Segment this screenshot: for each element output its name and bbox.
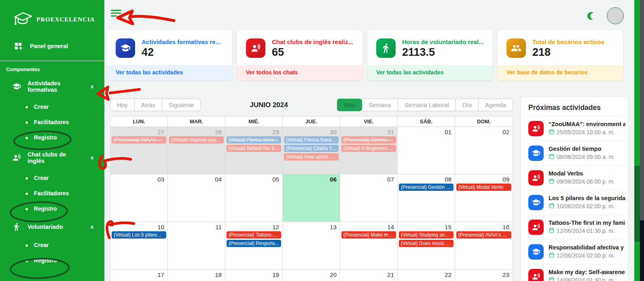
page-scrollbar-thumb[interactable] xyxy=(634,166,640,242)
calendar-weeks: 27(Presencial) AVAA's ...28(Virtual) Imp… xyxy=(110,127,513,281)
calendar-event[interactable]: (Virtual) Behind the S... xyxy=(227,145,281,152)
calendar-day-cell-03[interactable]: 03 xyxy=(110,174,168,222)
upcoming-title: Próximas actividades xyxy=(528,104,622,116)
outer-scrollbar-thumb[interactable] xyxy=(640,220,644,281)
calendar-event[interactable]: (Virtual) How sports ... xyxy=(284,153,339,161)
calendar-day-cell-20[interactable]: 20 xyxy=(283,270,340,281)
calendar-day-cell-21[interactable]: 21 xyxy=(340,270,398,281)
calendar-view-d-a[interactable]: Día xyxy=(456,99,479,111)
calendar-week-row: 17181920212223 xyxy=(110,270,513,281)
user-avatar[interactable] xyxy=(607,7,624,24)
calendar-event[interactable]: (Presencial) Cinema ... xyxy=(341,136,396,144)
calendar-view-semana-laboral[interactable]: Semana Laboral xyxy=(398,99,456,111)
calendar-day-cell-12[interactable]: 12(Presencial) Tattoos-...(Presencial) R… xyxy=(225,222,283,270)
calendar-nav-atr-s[interactable]: Atrás xyxy=(135,99,162,111)
calendar-event[interactable]: (Presencial) Make m... xyxy=(341,231,396,239)
calendar-day-cell-14[interactable]: 14(Presencial) Make m... xyxy=(340,222,398,270)
chevron-up-icon[interactable]: ∧ xyxy=(90,155,96,161)
day-number: 07 xyxy=(340,174,397,184)
stat-card-2: Chat clubs de inglés realiz...65Ver todo… xyxy=(237,30,362,80)
calendar-icon xyxy=(549,178,555,185)
chevron-up-icon[interactable]: ∧ xyxy=(90,84,96,89)
calendar-day-cell-10[interactable]: 10(Virtual) Los 5 pilare... xyxy=(110,222,168,270)
hamburger-menu-icon[interactable] xyxy=(111,10,121,18)
calendar-day-cell-22[interactable]: 22 xyxy=(398,270,455,281)
calendar-event[interactable]: (Virtual) Modal Verbs xyxy=(456,184,511,191)
upcoming-item[interactable]: Los 5 pilares de la seguridad d10/06/202… xyxy=(528,190,622,215)
calendar-day-cell-18[interactable]: 18 xyxy=(168,270,225,281)
sidebar-subitem-crear[interactable]: ●Crear xyxy=(0,99,104,114)
calendar-event[interactable]: (Virtual) Piensa fuera... xyxy=(227,136,281,144)
sidebar-subitem-registro[interactable]: ●Registro xyxy=(0,130,104,145)
calendar-view-agenda[interactable]: Agenda xyxy=(479,99,513,111)
sidebar-item-panel-general[interactable]: Panel general xyxy=(0,36,104,56)
sidebar-subitem-facilitadores[interactable]: ●Facilitadores xyxy=(0,186,104,201)
calendar-day-cell-23[interactable]: 23 xyxy=(455,270,513,281)
outer-scrollbar[interactable] xyxy=(640,0,644,281)
dark-mode-moon-icon[interactable] xyxy=(586,11,596,21)
calendar-event[interactable]: (Virtual) Piensa fuera... xyxy=(284,136,339,144)
upcoming-item[interactable]: Modal Verbs09/06/2024 06:00 p. m. xyxy=(528,166,622,190)
sidebar-group-chat-clubs-de-ingl-s[interactable]: Chat clubs de inglés∧ xyxy=(0,145,104,170)
calendar-day-cell-29[interactable]: 29(Virtual) Piensa fuera...(Virtual) Beh… xyxy=(225,127,283,174)
calendar-day-cell-07[interactable]: 07 xyxy=(340,174,398,222)
calendar-day-cell-06[interactable]: 06 xyxy=(283,174,340,222)
calendar-view-semana[interactable]: Semana xyxy=(362,99,398,111)
page-scrollbar-track[interactable] xyxy=(634,0,640,281)
runner-icon xyxy=(12,222,21,231)
calendar-day-cell-27[interactable]: 27(Presencial) AVAA's ... xyxy=(110,127,168,174)
calendar-nav-hoy[interactable]: Hoy xyxy=(110,99,135,111)
sidebar-group-actividades-formativas[interactable]: Actividades formativas∧ xyxy=(0,74,104,99)
calendar-day-cell-19[interactable]: 19 xyxy=(225,270,283,281)
sidebar-subitem-crear[interactable]: ●Crear xyxy=(0,237,104,253)
calendar-view-mes[interactable]: Mes xyxy=(337,99,362,111)
sidebar-subitem-crear[interactable]: ●Crear xyxy=(0,170,104,186)
calendar-day-cell-28[interactable]: 28(Virtual) Improve you... xyxy=(168,127,225,174)
upcoming-item[interactable]: Make my day: Self-awareness14/06/2024 01… xyxy=(528,264,622,281)
stat-card-link[interactable]: Ver todos los chats xyxy=(237,65,362,80)
calendar-event[interactable]: (Presencial) Respons... xyxy=(227,240,281,247)
calendar-event[interactable]: (Virtual) Improve you... xyxy=(169,136,224,144)
sidebar-group-voluntariado[interactable]: Voluntariado∧ xyxy=(0,216,104,237)
upcoming-item[interactable]: “ZooUMAA": environment and25/05/2024 10:… xyxy=(528,116,622,141)
calendar-event[interactable]: (Presencial) Gestión ... xyxy=(399,184,453,191)
calendar-day-cell-16[interactable]: 16(Presencial) AVAA's ... xyxy=(455,222,513,270)
upcoming-item[interactable]: Responsabilidad afectiva y ver12/06/2024… xyxy=(528,240,622,264)
stat-card-link[interactable]: Ver base de datos de becarios xyxy=(498,65,623,80)
calendar-event[interactable]: (Virtual) Does music ... xyxy=(399,240,453,247)
calendar-event[interactable]: (Virtual) Los 5 pilare... xyxy=(112,231,166,239)
calendar-event[interactable]: (Presencial) Tattoos-... xyxy=(227,231,281,239)
calendar-day-cell-30[interactable]: 30(Virtual) Piensa fuera...(Presencial) … xyxy=(283,127,340,174)
calendar-day-cell-13[interactable]: 13 xyxy=(283,222,340,270)
calendar-day-cell-31[interactable]: 31(Presencial) Cinema ...(Virtual) A Beg… xyxy=(340,127,398,174)
upcoming-item-date: 12/06/2024 02:00 p. m. xyxy=(549,252,625,259)
calendar-event[interactable]: (Presencial) AVAA's ... xyxy=(456,231,511,239)
calendar-day-cell-01[interactable]: 01 xyxy=(398,127,455,174)
calendar-day-cell-17[interactable]: 17 xyxy=(110,270,168,281)
logo: PROEXCELENCIA xyxy=(0,0,104,29)
calendar-event[interactable]: (Presencial) AVAA's ... xyxy=(112,136,166,144)
voice-chat-icon xyxy=(528,121,544,136)
calendar-day-cell-08[interactable]: 08(Presencial) Gestión ... xyxy=(398,174,455,222)
calendar-event[interactable]: (Presencial) Charla Y... xyxy=(284,145,339,152)
calendar-nav-siguiente[interactable]: Siguiente xyxy=(162,99,201,111)
calendar-day-cell-15[interactable]: 15(Virtual) Studying an...(Virtual) Does… xyxy=(398,222,455,270)
upcoming-item[interactable]: Gestión del tiempo08/06/2024 09:00 a. m. xyxy=(528,141,622,166)
stat-card-link[interactable]: Ver todas las actividades xyxy=(367,65,493,80)
sidebar-subitem-registro[interactable]: ●Registro xyxy=(0,253,104,268)
stat-card-link[interactable]: Ver todas las actividades xyxy=(107,65,232,80)
calendar-day-cell-04[interactable]: 04 xyxy=(168,174,225,222)
bullet-icon: ● xyxy=(25,175,28,181)
chevron-up-icon[interactable]: ∧ xyxy=(90,224,96,230)
bullet-icon: ● xyxy=(25,242,28,248)
sidebar-subitem-registro[interactable]: ●Registro xyxy=(0,201,104,216)
calendar-day-cell-11[interactable]: 11 xyxy=(168,222,225,270)
calendar-day-cell-02[interactable]: 02 xyxy=(455,127,513,174)
calendar-day-cell-09[interactable]: 09(Virtual) Modal Verbs xyxy=(455,174,513,222)
sidebar-subitem-facilitadores[interactable]: ●Facilitadores xyxy=(0,114,104,130)
calendar-event[interactable]: (Virtual) A Beginners ... xyxy=(341,145,396,152)
calendar-event[interactable]: (Virtual) Studying an... xyxy=(399,231,453,239)
day-number: 17 xyxy=(110,270,167,279)
upcoming-item[interactable]: Tattoos-The first in my family v12/06/20… xyxy=(528,215,622,240)
calendar-day-cell-05[interactable]: 05 xyxy=(225,174,283,222)
